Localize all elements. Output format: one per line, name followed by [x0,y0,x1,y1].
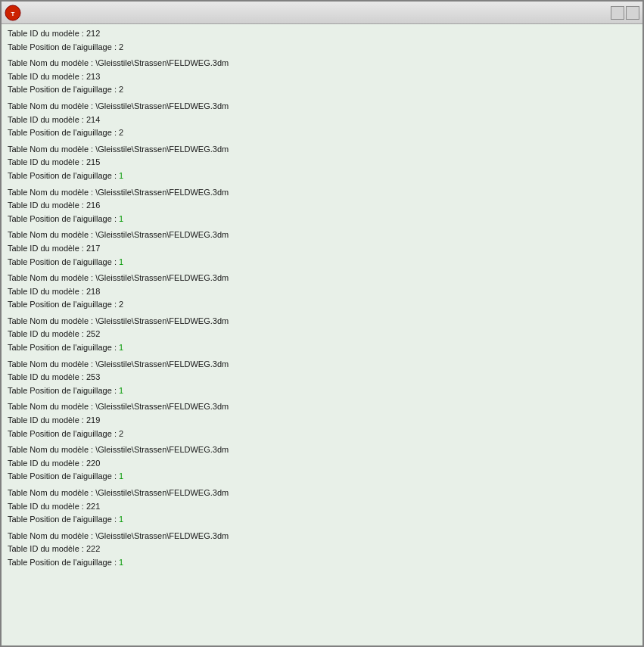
log-line-id: Table ID du modèle : 212 [8,27,636,41]
log-group: Table Nom du modèle : \Gleisstile\Strass… [8,443,636,484]
log-group: Table Nom du modèle : \Gleisstile\Strass… [8,487,636,527]
log-group: Table Nom du modèle : \Gleisstile\Strass… [8,229,636,269]
log-line-nom: Table Nom du modèle : \Gleisstile\Strass… [8,143,636,157]
log-group: Table ID du modèle : 212Table Position d… [8,27,636,54]
log-line-nom: Table Nom du modèle : \Gleisstile\Strass… [8,315,636,328]
svg-text:T: T [11,11,15,17]
log-line-id: Table ID du modèle : 213 [8,70,636,84]
log-group: Table Nom du modèle : \Gleisstile\Strass… [8,272,636,312]
log-line-nom: Table Nom du modèle : \Gleisstile\Strass… [8,229,636,242]
log-line-id: Table ID du modèle : 221 [8,500,636,514]
log-group: Table Nom du modèle : \Gleisstile\Strass… [8,100,636,140]
maximize-button[interactable] [626,6,639,20]
log-line-position: Table Position de l'aiguillage : 1 [8,213,636,226]
log-line-nom: Table Nom du modèle : \Gleisstile\Strass… [8,530,636,543]
log-line-position: Table Position de l'aiguillage : 1 [8,384,636,398]
log-line-id: Table ID du modèle : 253 [8,371,636,384]
title-bar-controls [594,6,639,20]
log-line-id: Table ID du modèle : 214 [8,114,636,127]
log-line-position: Table Position de l'aiguillage : 1 [8,556,636,570]
log-line-nom: Table Nom du modèle : \Gleisstile\Strass… [8,57,636,70]
position-value: 2 [119,429,123,438]
log-group: Table Nom du modèle : \Gleisstile\Strass… [8,358,636,398]
content-area: Table ID du modèle : 212Table Position d… [2,24,642,645]
log-line-nom: Table Nom du modèle : \Gleisstile\Strass… [8,272,636,285]
log-line-id: Table ID du modèle : 216 [8,199,636,213]
position-value: 1 [119,214,123,223]
position-value: 1 [119,171,123,180]
position-value: 1 [119,257,123,266]
minimize-button[interactable] [611,6,624,20]
position-value: 2 [119,85,123,94]
log-line-position: Table Position de l'aiguillage : 2 [8,126,636,140]
log-line-id: Table ID du modèle : 219 [8,414,636,428]
log-line-nom: Table Nom du modèle : \Gleisstile\Strass… [8,358,636,372]
main-window: T Table ID du modèle : 212Table Position… [0,0,644,647]
log-group: Table Nom du modèle : \Gleisstile\Strass… [8,143,636,183]
log-line-id: Table ID du modèle : 217 [8,242,636,256]
log-panel[interactable]: Table ID du modèle : 212Table Position d… [2,24,642,645]
position-value: 2 [119,128,123,137]
log-group: Table Nom du modèle : \Gleisstile\Strass… [8,57,636,97]
position-value: 1 [119,515,123,524]
log-group: Table Nom du modèle : \Gleisstile\Strass… [8,400,636,440]
log-line-nom: Table Nom du modèle : \Gleisstile\Strass… [8,487,636,500]
position-value: 1 [119,471,123,481]
title-bar: T [2,2,642,24]
log-group: Table Nom du modèle : \Gleisstile\Strass… [8,315,636,355]
position-value: 1 [119,343,123,352]
log-line-nom: Table Nom du modèle : \Gleisstile\Strass… [8,400,636,414]
log-line-position: Table Position de l'aiguillage : 2 [8,41,636,54]
logo-icon: T [5,5,21,21]
log-line-id: Table ID du modèle : 252 [8,328,636,341]
position-value: 2 [119,42,123,51]
log-group: Table Nom du modèle : \Gleisstile\Strass… [8,186,636,226]
log-line-position: Table Position de l'aiguillage : 1 [8,470,636,484]
log-line-id: Table ID du modèle : 220 [8,457,636,471]
position-value: 1 [119,386,123,395]
log-group: Table Nom du modèle : \Gleisstile\Strass… [8,530,636,570]
log-line-position: Table Position de l'aiguillage : 2 [8,298,636,312]
log-line-nom: Table Nom du modèle : \Gleisstile\Strass… [8,100,636,114]
log-line-id: Table ID du modèle : 222 [8,543,636,556]
log-line-id: Table ID du modèle : 215 [8,156,636,170]
log-line-nom: Table Nom du modèle : \Gleisstile\Strass… [8,186,636,200]
log-line-position: Table Position de l'aiguillage : 2 [8,83,636,97]
log-line-position: Table Position de l'aiguillage : 1 [8,170,636,183]
log-line-position: Table Position de l'aiguillage : 1 [8,256,636,269]
position-value: 2 [119,300,123,309]
log-line-position: Table Position de l'aiguillage : 2 [8,428,636,441]
log-line-nom: Table Nom du modèle : \Gleisstile\Strass… [8,443,636,457]
title-bar-left: T [5,5,95,21]
log-line-id: Table ID du modèle : 218 [8,285,636,299]
log-line-position: Table Position de l'aiguillage : 1 [8,513,636,527]
log-line-position: Table Position de l'aiguillage : 1 [8,341,636,355]
position-value: 1 [119,558,123,567]
